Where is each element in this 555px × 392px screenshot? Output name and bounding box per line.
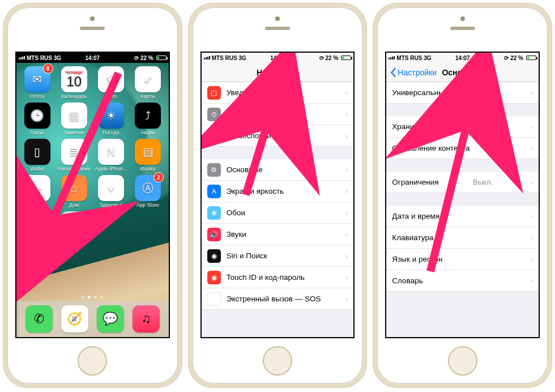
siri-icon: ◉ bbox=[207, 249, 221, 263]
chevron-right-icon: › bbox=[345, 187, 348, 195]
dock-messages[interactable]: 💬 bbox=[97, 305, 124, 333]
row-display[interactable]: AЭкран и яркость› bbox=[202, 181, 354, 202]
app-weather[interactable]: ☀Погода bbox=[93, 103, 128, 135]
home-button[interactable] bbox=[448, 346, 477, 376]
dock-safari[interactable]: 🧭 bbox=[61, 305, 88, 333]
chevron-right-icon: › bbox=[345, 165, 348, 174]
chevron-right-icon: › bbox=[345, 295, 348, 303]
chevron-right-icon: › bbox=[345, 131, 348, 140]
badge-appstore: 2 bbox=[154, 173, 163, 182]
control-center-icon: ⊙ bbox=[207, 108, 221, 121]
home-button[interactable] bbox=[263, 346, 292, 376]
app-ibooks[interactable]: ▤iBooks bbox=[131, 139, 165, 172]
front-camera bbox=[460, 16, 465, 21]
row-touchid[interactable]: ◉Touch ID и код-пароль› bbox=[202, 267, 354, 288]
page-dots bbox=[16, 296, 169, 299]
row-restrictions[interactable]: ОграниченияВыкл.› bbox=[386, 172, 539, 193]
row-notifications[interactable]: ▢Уведомления› bbox=[202, 82, 354, 104]
dock: ✆ 🧭 💬 ♫ bbox=[16, 301, 169, 337]
row-siri[interactable]: ◉Siri и Поиск› bbox=[202, 245, 354, 267]
row-sounds[interactable]: 🔊Звуки› bbox=[202, 224, 354, 245]
dnd-icon: ☾ bbox=[207, 129, 221, 143]
speaker bbox=[80, 27, 105, 30]
front-camera bbox=[90, 16, 95, 21]
app-mail[interactable]: ✉8Почта bbox=[20, 66, 54, 99]
row-dnd[interactable]: ☾Не беспокоить› bbox=[202, 125, 354, 147]
row-date-time[interactable]: Дата и время› bbox=[386, 206, 539, 227]
chevron-left-icon bbox=[390, 67, 396, 78]
speaker bbox=[265, 27, 290, 30]
chevron-right-icon: › bbox=[531, 233, 533, 242]
row-control-center[interactable]: ⊙Пункт управления› bbox=[202, 104, 354, 125]
row-background-refresh[interactable]: Обновление контента› bbox=[386, 138, 539, 159]
dock-phone[interactable]: ✆ bbox=[25, 305, 53, 333]
gear-icon bbox=[28, 215, 47, 234]
app-photos[interactable]: ❀Фото bbox=[93, 66, 128, 99]
front-camera bbox=[275, 16, 280, 21]
app-reminders[interactable]: ≣Напоминания bbox=[57, 139, 91, 172]
phone-frame-2: MTS RUS 3G 14:07 ⟳ 22 % Настройки ▢Уведо… bbox=[188, 3, 368, 388]
battery-icon bbox=[156, 56, 166, 60]
badge-mail: 8 bbox=[44, 64, 53, 73]
touchid-icon: ◉ bbox=[207, 271, 221, 284]
notifications-icon: ▢ bbox=[207, 86, 221, 100]
app-wallet[interactable]: ▯Wallet bbox=[20, 139, 54, 172]
row-keyboard[interactable]: Клавиатура› bbox=[386, 227, 539, 249]
sounds-icon: 🔊 bbox=[207, 228, 221, 241]
chevron-right-icon: › bbox=[531, 88, 533, 97]
chevron-right-icon: › bbox=[531, 178, 533, 186]
row-wallpaper[interactable]: ❀Обои› bbox=[202, 202, 354, 224]
chevron-right-icon: › bbox=[531, 276, 533, 285]
chevron-right-icon: › bbox=[531, 255, 533, 263]
app-health[interactable]: ♥Здоровье bbox=[93, 175, 128, 208]
clock-label: 14:07 bbox=[202, 55, 354, 61]
row-storage[interactable]: Хранилище iPhone› bbox=[386, 116, 539, 138]
chevron-right-icon: › bbox=[345, 208, 348, 217]
app-settings[interactable]: Настройки bbox=[20, 211, 54, 244]
chevron-right-icon: › bbox=[345, 88, 348, 97]
back-button[interactable]: Настройки bbox=[390, 67, 437, 78]
chevron-right-icon: › bbox=[531, 122, 533, 131]
display-icon: A bbox=[207, 185, 221, 198]
speaker bbox=[450, 27, 475, 30]
app-clock[interactable]: 🕒Часы bbox=[20, 103, 54, 135]
sos-icon: SOS bbox=[207, 292, 221, 306]
app-camera[interactable]: 📷Камера bbox=[57, 211, 91, 244]
row-language-region[interactable]: Язык и регион› bbox=[386, 249, 539, 270]
page-title: Настройки bbox=[257, 68, 298, 77]
app-video[interactable]: ▶Видео bbox=[20, 175, 54, 208]
page-title: Основные bbox=[442, 68, 483, 77]
row-sos[interactable]: SOSЭкстренный вызов — SOS› bbox=[202, 288, 354, 310]
chevron-right-icon: › bbox=[345, 110, 348, 118]
app-maps[interactable]: ➶Карты bbox=[131, 66, 165, 99]
general-icon: ⚙ bbox=[207, 163, 221, 177]
status-bar: MTS RUS 3G 14:07 ⟳ 22 % bbox=[16, 53, 169, 63]
chevron-right-icon: › bbox=[531, 144, 533, 152]
chevron-right-icon: › bbox=[531, 212, 533, 220]
restrictions-value: Выкл. bbox=[473, 178, 493, 186]
home-button[interactable] bbox=[78, 346, 107, 376]
app-notes[interactable]: ▤Заметки bbox=[57, 103, 91, 135]
wallpaper-icon: ❀ bbox=[207, 206, 221, 220]
clock-label: 14:07 bbox=[386, 55, 539, 61]
chevron-right-icon: › bbox=[345, 252, 348, 260]
app-stocks[interactable]: ⤴Акции bbox=[131, 103, 165, 135]
nav-bar: Настройки bbox=[202, 63, 354, 82]
app-home[interactable]: ⌂Дом bbox=[57, 175, 91, 208]
app-appstore[interactable]: Ⓐ2App Store bbox=[131, 175, 165, 208]
row-dictionary[interactable]: Словарь› bbox=[386, 270, 539, 292]
phone-frame-3: MTS RUS 3G 14:07 ⟳ 22 % Настройки Основн… bbox=[373, 3, 552, 388]
home-screen: ✉8Почта Четверг10Календарь ❀Фото ➶Карты … bbox=[16, 63, 169, 337]
app-calendar[interactable]: Четверг10Календарь bbox=[57, 66, 91, 99]
chevron-right-icon: › bbox=[345, 273, 348, 282]
app-news[interactable]: NApple-iPhon... bbox=[93, 139, 128, 172]
status-bar: MTS RUS 3G 14:07 ⟳ 22 % bbox=[202, 53, 354, 63]
row-general[interactable]: ⚙Основные› bbox=[202, 159, 354, 181]
battery-icon bbox=[341, 56, 351, 60]
clock-label: 14:07 bbox=[16, 55, 169, 61]
dock-music[interactable]: ♫ bbox=[133, 305, 160, 333]
battery-icon bbox=[526, 56, 536, 60]
phone-frame-1: MTS RUS 3G 14:07 ⟳ 22 % ✉8Почта Четверг1… bbox=[3, 3, 182, 388]
chevron-right-icon: › bbox=[345, 230, 348, 238]
row-accessibility[interactable]: Универсальный доступ› bbox=[386, 82, 539, 104]
